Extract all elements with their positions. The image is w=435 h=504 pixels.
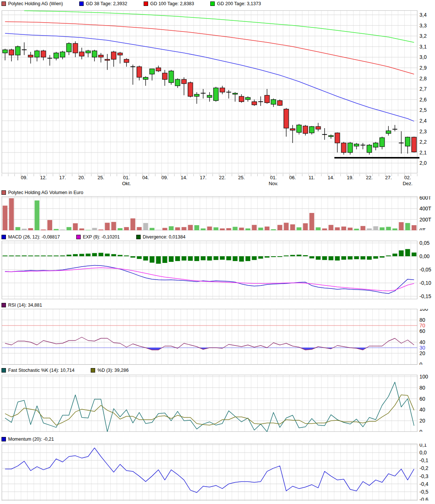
legend-swatch-icon	[1, 190, 6, 195]
svg-text:2,2: 2,2	[419, 139, 427, 145]
legend-item: Momentum (20): -0,21	[1, 437, 54, 442]
legend-swatch-icon	[91, 368, 95, 373]
svg-text:-0,4: -0,4	[419, 481, 428, 487]
svg-text:0,0: 0,0	[419, 450, 427, 455]
svg-text:2,9: 2,9	[419, 65, 427, 71]
legend-label: Fast Stochastic %K (14): 10,714	[8, 368, 74, 373]
legend-item: Polytec Holding AG (Wien)	[1, 1, 63, 6]
svg-text:-0,6: -0,6	[419, 497, 428, 501]
legend-item: GD 38 Tage: 2,3932	[79, 1, 127, 6]
volume-legend: Polytec Holding AG Volumen in Euro	[1, 190, 100, 196]
legend-label: Momentum (20): -0,21	[8, 437, 54, 442]
svg-text:2,4: 2,4	[419, 118, 427, 124]
svg-text:-0,2: -0,2	[419, 465, 428, 471]
legend-item: Polytec Holding AG Volumen in Euro	[1, 190, 83, 195]
svg-text:60: 60	[419, 328, 425, 334]
svg-text:20: 20	[419, 418, 425, 424]
legend-label: GD 200 Tage: 3,1373	[217, 1, 261, 6]
svg-text:0: 0	[419, 361, 422, 365]
svg-text:2,1: 2,1	[419, 150, 427, 156]
svg-text:0: 0	[419, 429, 422, 432]
legend-item: RSI (14): 34,881	[1, 303, 42, 308]
legend-swatch-icon	[1, 235, 6, 239]
stochastic-chart: 100806040200	[0, 375, 435, 432]
svg-text:2,3: 2,3	[419, 128, 427, 134]
legend-swatch-icon	[1, 368, 6, 373]
legend-swatch-icon	[136, 235, 141, 239]
svg-text:100: 100	[419, 375, 428, 380]
svg-text:3,0: 3,0	[419, 54, 427, 60]
legend-swatch-icon	[76, 235, 81, 239]
macd-chart: 0,050,00-0,05-0,10-0,15	[0, 241, 435, 299]
volume-chart: 600T400T200T0T	[0, 196, 435, 230]
legend-label: Polytec Holding AG Volumen in Euro	[8, 190, 83, 195]
svg-text:-0,3: -0,3	[419, 473, 428, 479]
momentum-legend: Momentum (20): -0,21	[1, 436, 70, 442]
svg-text:-0,05: -0,05	[419, 267, 431, 273]
date-tick-label: 25.	[230, 175, 252, 181]
svg-text:60: 60	[419, 396, 425, 402]
legend-label: MACD (26, 12): -0,08817	[8, 234, 60, 240]
legend-label: GD 38 Tage: 2,3932	[86, 1, 127, 6]
date-tick-label: 02.Dez.	[396, 175, 419, 187]
svg-text:2,8: 2,8	[419, 76, 427, 81]
svg-text:2,6: 2,6	[419, 97, 427, 103]
svg-text:-0,10: -0,10	[419, 280, 431, 286]
date-axis: 09.12.17.20.25.01.Okt.04.09.14.17.22.25.…	[0, 174, 435, 187]
rsi-chart: 1008070604030200	[0, 309, 435, 365]
legend-label: RSI (14): 34,881	[8, 303, 42, 308]
svg-text:70: 70	[419, 323, 425, 328]
svg-text:2,7: 2,7	[419, 86, 427, 92]
svg-text:200T: 200T	[419, 217, 431, 223]
legend-label: Polytec Holding AG (Wien)	[8, 1, 63, 6]
legend-swatch-icon	[1, 437, 6, 441]
svg-text:0T: 0T	[419, 227, 426, 230]
svg-text:30: 30	[419, 345, 425, 351]
svg-text:40: 40	[419, 407, 425, 413]
svg-text:0,1: 0,1	[419, 444, 427, 448]
price-chart: 3,43,33,23,13,02,92,82,72,62,52,42,32,22…	[0, 10, 435, 177]
svg-text:100: 100	[419, 309, 428, 312]
svg-text:3,2: 3,2	[419, 33, 427, 39]
svg-text:40: 40	[419, 339, 425, 345]
legend-item: MACD (26, 12): -0,08817	[1, 234, 60, 240]
legend-item: GD 200 Tage: 3,1373	[210, 1, 261, 6]
legend-swatch-icon	[144, 1, 148, 6]
svg-text:80: 80	[419, 385, 425, 391]
svg-text:-0,5: -0,5	[419, 489, 428, 495]
svg-text:0,05: 0,05	[419, 241, 429, 246]
svg-text:-0,1: -0,1	[419, 457, 428, 463]
rsi-legend: RSI (14): 34,881	[1, 302, 58, 308]
svg-text:20: 20	[419, 350, 425, 356]
macd-legend: MACD (26, 12): -0,08817EXP (9): -0,10201…	[1, 234, 202, 240]
price-legend: Polytec Holding AG (Wien)GD 38 Tage: 2,3…	[1, 1, 277, 7]
svg-text:600T: 600T	[419, 196, 431, 201]
legend-item: Divergence: 0,01384	[136, 234, 185, 240]
stock-chart-page: Polytec Holding AG (Wien)GD 38 Tage: 2,3…	[0, 0, 435, 504]
legend-swatch-icon	[1, 303, 6, 307]
legend-item: Fast Stochastic %K (14): 10,714	[1, 368, 74, 373]
legend-label: %D (3): 39,286	[97, 368, 128, 373]
svg-text:3,1: 3,1	[419, 44, 427, 50]
legend-label: EXP (9): -0,10201	[83, 234, 120, 240]
momentum-chart: 0,10,0-0,1-0,2-0,3-0,4-0,5-0,6	[0, 444, 435, 501]
svg-text:400T: 400T	[419, 206, 431, 211]
svg-text:2,5: 2,5	[419, 107, 427, 113]
svg-text:0,00: 0,00	[419, 253, 429, 259]
legend-swatch-icon	[210, 1, 215, 6]
stochastic-legend: Fast Stochastic %K (14): 10,714%D (3): 3…	[1, 367, 145, 373]
svg-text:-0,15: -0,15	[419, 293, 431, 299]
legend-swatch-icon	[79, 1, 84, 6]
svg-text:80: 80	[419, 317, 425, 323]
svg-text:3,3: 3,3	[419, 23, 427, 29]
legend-swatch-icon	[1, 1, 6, 6]
legend-label: Divergence: 0,01384	[143, 234, 185, 240]
svg-text:2,0: 2,0	[419, 160, 427, 166]
legend-item: %D (3): 39,286	[91, 368, 128, 373]
legend-item: GD 100 Tage: 2,8383	[144, 1, 194, 6]
legend-item: EXP (9): -0,10201	[76, 234, 120, 240]
date-tick-label: 25.	[90, 175, 112, 181]
svg-text:3,4: 3,4	[419, 12, 427, 18]
legend-label: GD 100 Tage: 2,8383	[150, 1, 194, 6]
